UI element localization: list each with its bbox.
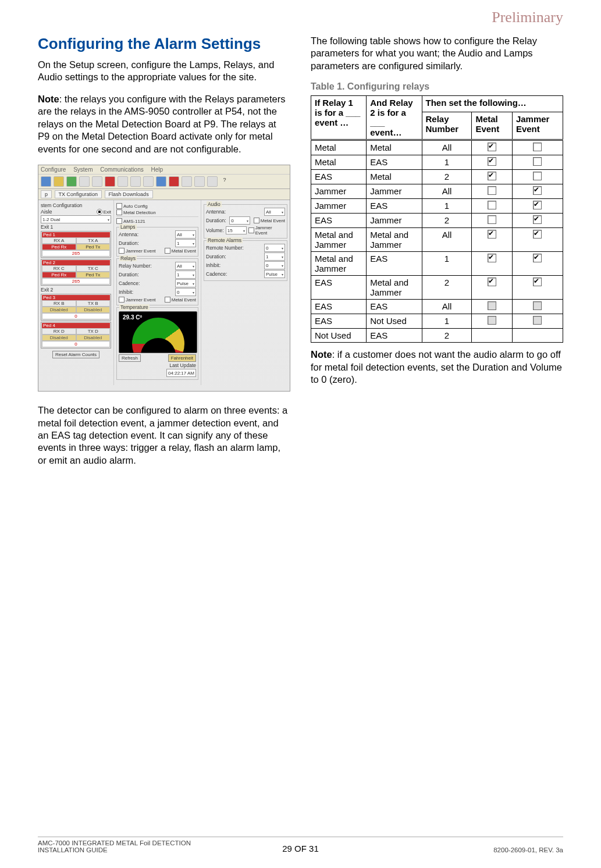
checkbox-icon [533,301,542,310]
toolbar-icon[interactable] [66,176,77,187]
remote-cadence-select[interactable]: Pulse [264,270,285,278]
rxb: RX B [42,300,76,307]
menu-help[interactable]: Help [151,166,163,173]
cell-jammer-event [512,155,563,170]
toolbar-icon[interactable] [130,176,141,187]
autoconfig-checkbox[interactable]: Auto Config [116,203,148,209]
cell-relay1: EAS [311,300,367,314]
cell-relay1: Metal [311,140,367,155]
cell-relay2: EAS [367,300,422,314]
toolbar-icon[interactable] [41,176,51,187]
cell-jammer-event [512,329,563,343]
audio-antenna-label: Antenna: [206,209,226,215]
exit1-label: Exit 1 [41,224,111,230]
relay-jammer-checkbox[interactable]: Jammer Event [119,297,156,303]
pedrx: Ped Rx [42,272,76,278]
val0: 0 [42,313,110,319]
relay-duration-label: Duration: [119,272,139,278]
remote-duration-label: Duration: [206,254,226,259]
toolbar-icon[interactable] [156,176,166,187]
cell-relay1: EAS [311,276,367,300]
reset-alarm-counts-button[interactable]: Reset Alarm Counts [52,351,99,358]
relays-table: If Relay 1 is for a ___ event … And Rela… [311,95,563,343]
cell-relay-number: 1 [422,155,472,170]
tab-p[interactable]: p [41,190,52,198]
checkbox-icon [533,278,542,286]
toolbar-icon[interactable] [169,176,179,187]
note-paragraph: Note: the relays you configure with the … [38,93,290,155]
cell-relay2: Metal and Jammer [367,276,422,300]
cell-jammer-event [512,314,563,329]
table-row: JammerEAS1 [311,199,563,214]
remote-inhibit-input[interactable]: 0 [264,261,285,269]
cell-relay2: EAS [367,199,422,214]
intro-paragraph: On the Setup screen, configure the Lamps… [38,59,290,84]
toolbar-icon[interactable] [194,176,205,187]
cell-relay-number: 2 [422,170,472,184]
cell-relay1: Not Used [311,329,367,343]
note-label: Note [311,349,332,360]
relay-cadence-select[interactable]: Pulse [175,279,196,287]
cell-relay1: Metal and Jammer [311,252,367,276]
toolbar-icon[interactable] [92,176,102,187]
relay-duration-input[interactable]: 1 [175,271,196,279]
tab-flash[interactable]: Flash Downloads [105,190,153,198]
table-row: EASNot Used1 [311,314,563,329]
lamps-duration-input[interactable]: 1 [175,239,196,247]
menu-configure[interactable]: Configure [41,166,66,173]
fahrenheit-button[interactable]: Fahrenheit [168,354,196,362]
cell-relay1: Jammer [311,184,367,199]
remote-number-input[interactable]: 0 [264,244,285,252]
exit-radio[interactable]: Exit [97,209,111,215]
checkbox-icon [533,254,542,262]
relay-metal-checkbox[interactable]: Metal Event [165,297,196,303]
toolbar-icon[interactable] [105,176,115,187]
lamps-metal-checkbox[interactable]: Metal Event [165,248,196,254]
lamps-jammer-checkbox[interactable]: Jammer Event [119,248,156,254]
aisle-dropdown[interactable]: 1-2 Dual [41,215,111,223]
footer-doc-title: AMC-7000 INTEGRATED METAL Foil DETECTION [38,839,191,846]
help-icon[interactable]: ? [220,177,229,186]
checkbox-icon [488,230,496,239]
temperature-value: 29.3 Cº [123,314,142,321]
val0: 0 [42,341,110,347]
cell-relay1: Metal and Jammer [311,228,367,252]
toolbar-icon[interactable] [79,176,90,187]
cell-relay1: EAS [311,314,367,329]
audio-duration-input[interactable]: 0 [229,216,250,225]
metaldetect-checkbox[interactable]: Metal Detection [116,209,156,215]
note-label: Note [38,94,59,104]
cell-metal-event [472,155,512,170]
toolbar-icon[interactable] [182,176,192,187]
ped2-header: Ped 2 [42,260,110,265]
remote-duration-input[interactable]: 1 [264,252,285,261]
refresh-button[interactable]: Refresh [119,354,141,362]
toolbar-icon[interactable] [54,176,64,187]
cell-jammer-event [512,228,563,252]
audio-metal-checkbox[interactable]: Metal Event [254,218,285,223]
cell-relay2: EAS [367,252,422,276]
events-paragraph: The detector can be configured to alarm … [38,404,290,467]
audio-jammer-checkbox[interactable]: Jammer Event [248,225,285,236]
tab-txconfig[interactable]: TX Configuration [55,190,102,198]
cell-relay-number: 2 [422,329,472,343]
table-row: Not UsedEAS2 [311,329,563,343]
ams1121-checkbox[interactable]: AMS-1121 [116,218,145,224]
menu-system[interactable]: System [73,166,93,173]
audio-volume-input[interactable]: 15 [226,226,247,234]
relay-inhibit-input[interactable]: 0 [175,288,196,296]
lamps-antenna-select[interactable]: All [175,230,196,239]
toolbar-icon[interactable] [118,176,128,187]
right-note: Note: if a customer does not want the au… [311,348,563,386]
th-then-set: Then set the following… [422,96,563,112]
menu-communications[interactable]: Communications [100,166,143,173]
audio-duration-label: Duration: [206,218,226,223]
checkbox-icon [488,215,496,224]
cell-relay-number: All [422,228,472,252]
audio-antenna-select[interactable]: All [264,208,285,216]
toolbar-icon[interactable] [207,176,218,187]
cell-metal-event [472,314,512,329]
toolbar-icon[interactable] [143,176,154,187]
last-update-label: Last Update [119,362,196,368]
relay-number-select[interactable]: All [175,262,196,270]
